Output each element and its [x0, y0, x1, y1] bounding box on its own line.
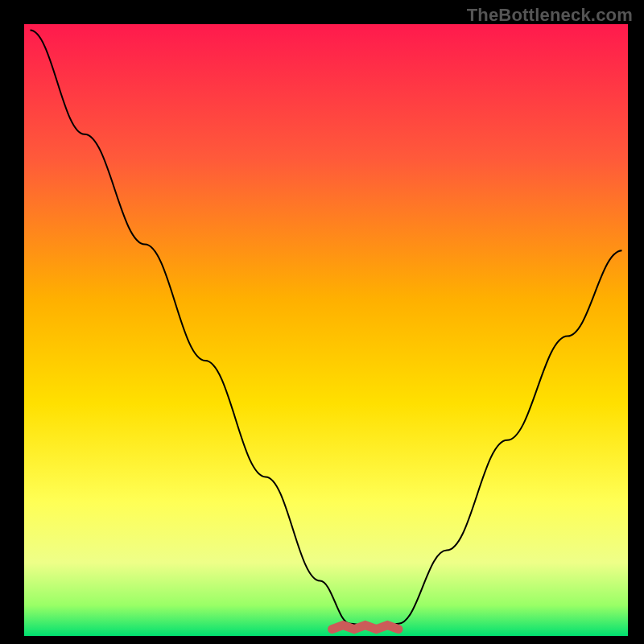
plot-area	[24, 24, 628, 636]
bottleneck-chart	[0, 0, 644, 644]
chart-container: { "watermark": "TheBottleneck.com", "cha…	[0, 0, 644, 644]
optimal-range-marker	[332, 625, 399, 630]
watermark: TheBottleneck.com	[467, 5, 633, 26]
